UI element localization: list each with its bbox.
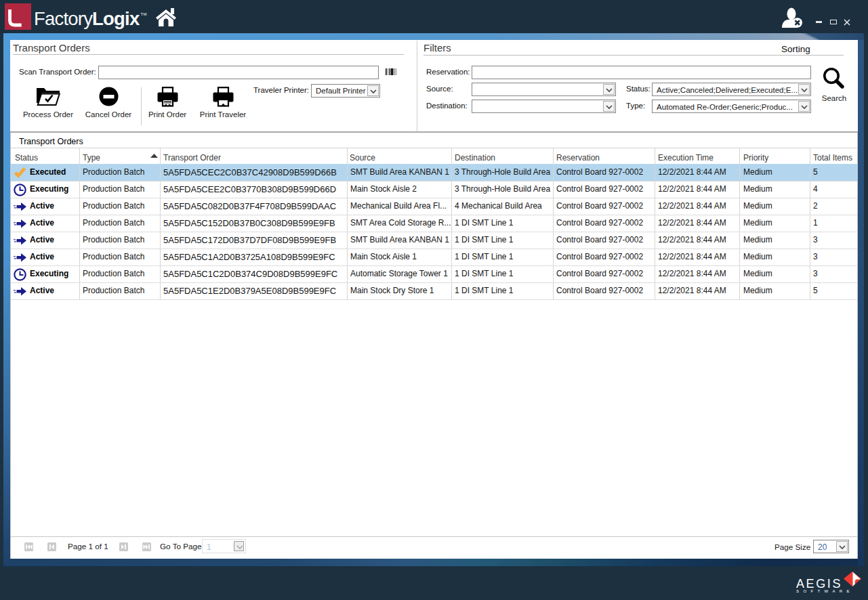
svg-text:AEGIS: AEGIS: [796, 577, 842, 591]
svg-text:SOFTWARE: SOFTWARE: [796, 589, 854, 593]
